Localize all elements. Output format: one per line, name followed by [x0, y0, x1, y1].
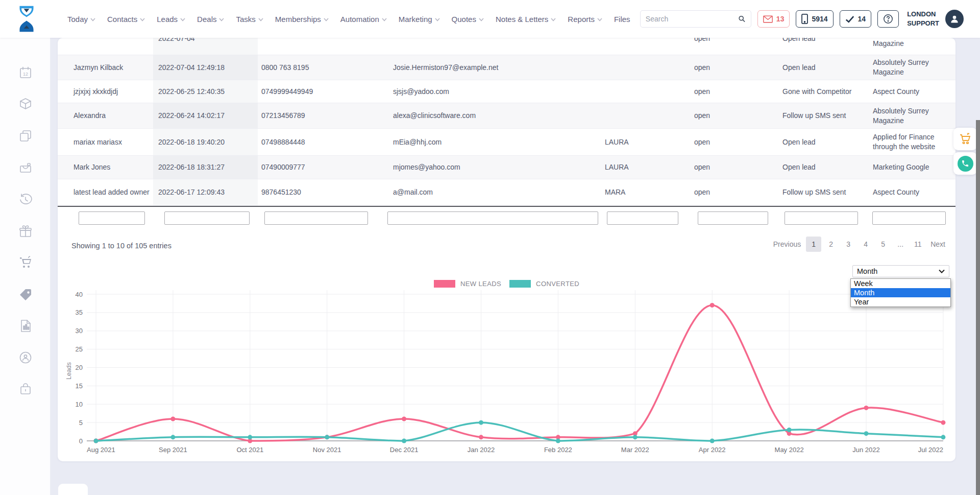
table-row[interactable]: latest lead added owner2022-06-17 12:09:… [58, 179, 955, 206]
sidebar-cart-icon[interactable] [18, 255, 33, 270]
table-row[interactable]: Alexandra2022-06-24 14:02:1707213456789a… [58, 103, 955, 129]
sidebar-lock-icon[interactable] [18, 382, 33, 396]
nav-item-quotes[interactable]: Quotes [452, 15, 484, 23]
pagination-page-2[interactable]: 2 [823, 237, 839, 252]
sidebar-support-icon[interactable] [18, 350, 33, 365]
nav-item-reports[interactable]: Reports [568, 15, 602, 23]
nav-item-memberships[interactable]: Memberships [275, 15, 329, 23]
sidebar-calendar-icon[interactable]: 12 [18, 65, 33, 80]
table-row[interactable]: 2022-07-04openOpen leadAbsolutely Surrey… [58, 38, 955, 55]
column-filter-input-source[interactable] [872, 211, 946, 225]
period-option-week[interactable]: Week [851, 279, 950, 288]
cell-lead_status: Open lead [782, 38, 867, 47]
cell-owner [605, 55, 681, 80]
cell-owner: MARA [605, 179, 681, 205]
mail-notifications-badge[interactable]: 13 [757, 10, 790, 28]
svg-text:Dec 2021: Dec 2021 [390, 446, 419, 454]
cell-phone [261, 38, 363, 47]
period-option-year[interactable]: Year [851, 297, 950, 307]
person-icon [949, 14, 960, 24]
call-widget-button[interactable] [953, 152, 977, 175]
cell-owner [605, 80, 681, 103]
nav-item-marketing[interactable]: Marketing [399, 15, 440, 23]
column-filter-input-owner[interactable] [607, 211, 678, 225]
period-option-month[interactable]: Month [851, 288, 950, 297]
cell-email: Josie.Hermiston97@example.net [393, 55, 597, 80]
period-select[interactable]: Month [852, 265, 949, 277]
pagination-previous[interactable]: Previous [770, 237, 804, 252]
sidebar-report-icon[interactable] [18, 319, 33, 333]
cell-source: Aspect County [873, 179, 949, 205]
page-scrollbar-thumb[interactable] [976, 120, 980, 495]
user-name: LONDON SUPPORT [907, 10, 939, 28]
mobile-phone-icon [801, 14, 808, 24]
cell-phone: 0800 763 8195 [261, 55, 363, 80]
sidebar-package-icon[interactable] [18, 97, 33, 111]
search-icon[interactable] [738, 14, 746, 23]
help-button[interactable] [877, 10, 899, 28]
cart-widget-button[interactable] [953, 128, 977, 150]
sidebar-copy-icon[interactable] [18, 129, 33, 143]
column-filter-input-email[interactable] [387, 211, 598, 225]
tasks-badge[interactable]: 14 [840, 10, 872, 28]
legend-item-converted[interactable]: CONVERTED [509, 280, 579, 288]
chevron-down-icon [180, 18, 185, 21]
nav-item-files[interactable]: Files [614, 15, 630, 23]
cell-email [393, 38, 597, 47]
table-row[interactable]: jzjxjxj xkxkdjdj2022-06-25 12:40:3507499… [58, 80, 955, 103]
legend-item-new-leads[interactable]: NEW LEADS [434, 280, 501, 288]
nav-item-notes-letters[interactable]: Notes & Letters [496, 15, 556, 23]
pagination-next[interactable]: Next [927, 237, 948, 252]
column-filter-input-name[interactable] [79, 211, 145, 225]
cell-status: open [694, 55, 771, 80]
cell-status: open [694, 103, 771, 128]
column-filter-input-date[interactable] [164, 211, 250, 225]
cell-status: open [694, 129, 771, 155]
nav-item-contacts[interactable]: Contacts [107, 15, 145, 23]
sms-count: 5914 [812, 15, 827, 23]
pagination-page-11[interactable]: 11 [910, 237, 925, 252]
sidebar-tag-icon[interactable] [18, 288, 33, 302]
nav-item-deals[interactable]: Deals [197, 15, 224, 23]
nav-item-leads[interactable]: Leads [157, 15, 185, 23]
top-bar: TodayContactsLeadsDealsTasksMembershipsA… [0, 0, 980, 38]
cell-status: open [694, 156, 771, 179]
pagination-page-3[interactable]: 3 [841, 237, 856, 252]
column-filter-input-phone[interactable] [264, 211, 368, 225]
table-row[interactable]: Jazmyn Kilback2022-07-04 12:49:180800 76… [58, 55, 955, 80]
column-filter-input-status[interactable] [698, 211, 768, 225]
sidebar-gift-icon[interactable] [18, 224, 33, 239]
sms-badge[interactable]: 5914 [796, 10, 833, 28]
chevron-down-icon [382, 18, 387, 21]
nav-item-tasks[interactable]: Tasks [236, 15, 263, 23]
cell-name: mariax mariasx [74, 129, 151, 155]
svg-text:Jan 2022: Jan 2022 [468, 446, 495, 454]
svg-text:5: 5 [79, 419, 83, 427]
leads-table: 2022-07-04openOpen leadAbsolutely Surrey… [58, 38, 955, 206]
table-row[interactable]: Mark Jones2022-06-18 18:31:2707490009777… [58, 156, 955, 179]
cell-email: sjsjs@yadoo.com [393, 80, 597, 103]
nav-item-today[interactable]: Today [67, 15, 95, 23]
search-input[interactable] [646, 15, 738, 23]
pagination-ellipsis[interactable]: ... [893, 237, 908, 252]
pagination-page-1[interactable]: 1 [806, 237, 821, 252]
sidebar-register-icon[interactable] [18, 160, 33, 175]
phone-circle [958, 156, 973, 172]
chevron-down-icon [435, 18, 440, 21]
pagination-page-5[interactable]: 5 [875, 237, 891, 252]
avatar[interactable] [945, 10, 964, 28]
svg-text:Feb 2022: Feb 2022 [544, 446, 572, 454]
pagination-page-4[interactable]: 4 [858, 237, 873, 252]
svg-text:0: 0 [79, 437, 83, 445]
leads-chart: 0510152025303540Aug 2021Sep 2021Oct 2021… [66, 278, 954, 457]
pagination-info: Showing 1 to 10 of 105 entries [71, 242, 172, 250]
cell-source: Applied for Finance through the website [873, 129, 949, 155]
cell-status: open [694, 179, 771, 205]
svg-text:35: 35 [76, 309, 83, 316]
sidebar-history-icon[interactable] [18, 193, 33, 207]
app-logo-hourglass-icon[interactable] [15, 5, 38, 33]
nav-item-automation[interactable]: Automation [340, 15, 387, 23]
column-filter-input-lead_status[interactable] [785, 211, 858, 225]
search-box[interactable] [640, 10, 751, 28]
table-row[interactable]: mariax mariasx2022-06-18 19:40:200749888… [58, 129, 955, 156]
